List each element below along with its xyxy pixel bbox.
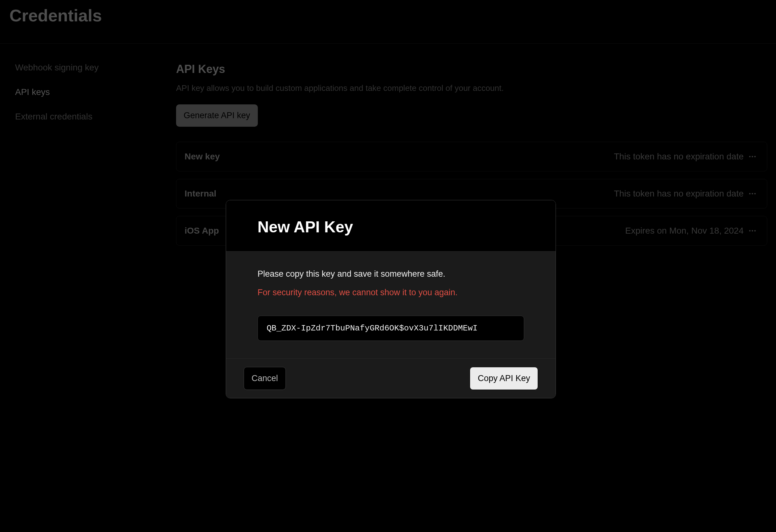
modal-instruction: Please copy this key and save it somewhe… (257, 269, 524, 279)
modal-title: New API Key (257, 218, 524, 236)
modal-body: Please copy this key and save it somewhe… (226, 251, 556, 358)
modal-footer: Cancel Copy API Key (226, 358, 556, 398)
new-api-key-modal: New API Key Please copy this key and sav… (226, 200, 556, 398)
cancel-button[interactable]: Cancel (244, 367, 286, 390)
modal-warning: For security reasons, we cannot show it … (257, 288, 524, 298)
api-key-value[interactable]: QB_ZDX-IpZdr7TbuPNafyGRd6OK$ovX3u7lIKDDM… (257, 316, 524, 341)
copy-api-key-button[interactable]: Copy API Key (470, 367, 538, 390)
modal-header: New API Key (226, 200, 556, 251)
